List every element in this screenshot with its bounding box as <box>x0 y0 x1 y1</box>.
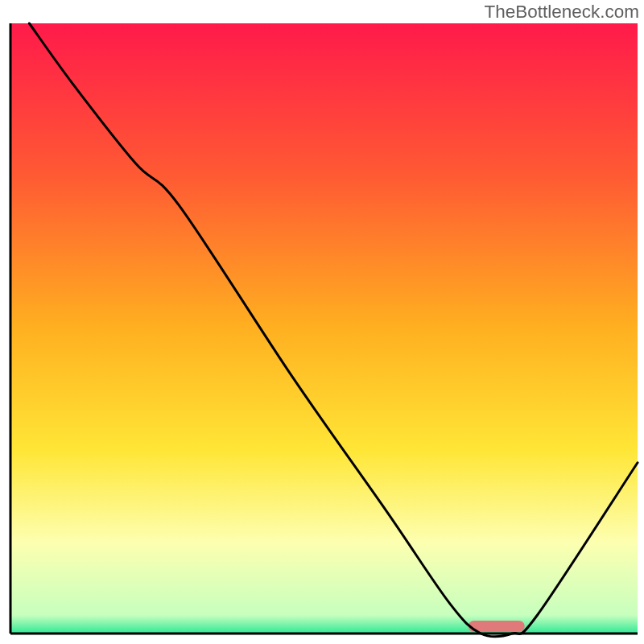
bottleneck-chart <box>0 0 644 644</box>
chart-container: TheBottleneck.com <box>0 0 644 644</box>
gradient-background <box>10 23 638 634</box>
